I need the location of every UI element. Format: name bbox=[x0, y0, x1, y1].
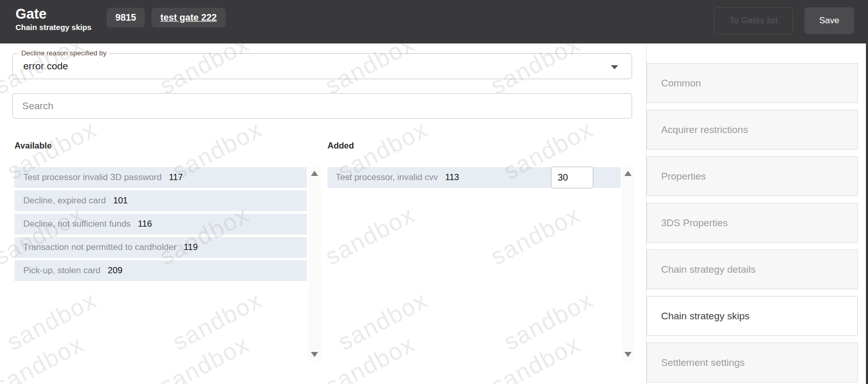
sandbox-watermark: sandbox bbox=[0, 330, 88, 384]
decline-reason-name: Test processor invalid 3D password bbox=[23, 172, 161, 183]
sandbox-watermark: sandbox bbox=[168, 286, 266, 356]
available-heading: Available bbox=[14, 141, 52, 151]
sandbox-watermark: sandbox bbox=[320, 330, 419, 384]
sidebar-item-common[interactable]: Common bbox=[647, 63, 858, 103]
settings-sidebar: Common Acquirer restrictions Properties … bbox=[646, 43, 868, 384]
scroll-down-icon[interactable] bbox=[311, 352, 318, 357]
decline-reason-code: 119 bbox=[184, 242, 198, 253]
sandbox-watermark: sandbox bbox=[333, 286, 432, 356]
sidebar-item-label: Common bbox=[661, 78, 701, 89]
added-list-item[interactable]: Test processor, invalid cvv 113 bbox=[327, 167, 621, 188]
decline-reason-select[interactable]: Decline reason specified by error code bbox=[12, 53, 632, 79]
search-field bbox=[12, 93, 632, 119]
added-scrollbar[interactable] bbox=[622, 167, 634, 361]
app-header: Gate Chain strategy skips 9815 test gate… bbox=[0, 0, 868, 43]
gate-id-badge: 9815 bbox=[107, 8, 145, 27]
gate-chips: 9815 test gate 222 bbox=[107, 8, 226, 27]
page-subtitle: Chain strategy skips bbox=[16, 23, 92, 32]
to-gates-list-button[interactable]: To Gates list bbox=[714, 7, 793, 34]
scroll-down-icon[interactable] bbox=[624, 352, 632, 357]
available-list-item[interactable]: Pick-up, stolen card 209 bbox=[14, 260, 307, 281]
sandbox-watermark: sandbox bbox=[499, 286, 597, 356]
sandbox-watermark: sandbox bbox=[486, 330, 585, 384]
scroll-up-icon[interactable] bbox=[311, 171, 318, 176]
page-title-block: Gate Chain strategy skips bbox=[16, 6, 92, 32]
skip-value-input[interactable] bbox=[551, 167, 593, 188]
decline-reason-name: Decline, expired card bbox=[23, 196, 106, 206]
decline-reason-name: Transaction not permitted to cardholder bbox=[23, 242, 176, 253]
decline-reason-name: Decline, not sufficient funds bbox=[23, 219, 131, 229]
available-list-item[interactable]: Test processor invalid 3D password 117 bbox=[14, 167, 307, 188]
decline-reason-value: error code bbox=[23, 54, 68, 79]
sidebar-item-acquirer-restrictions[interactable]: Acquirer restrictions bbox=[647, 110, 858, 150]
sandbox-watermark: sandbox bbox=[155, 330, 253, 384]
sidebar-item-label: Acquirer restrictions bbox=[661, 124, 748, 136]
decline-reason-code: 116 bbox=[138, 219, 152, 229]
sidebar-item-label: Settlement settings bbox=[661, 357, 745, 368]
sandbox-watermark: sandbox bbox=[486, 200, 585, 271]
save-button[interactable]: Save bbox=[804, 7, 854, 34]
decline-reason-code: 117 bbox=[169, 172, 183, 183]
decline-reason-code: 209 bbox=[108, 265, 122, 276]
page-title: Gate bbox=[16, 6, 92, 22]
decline-reason-name: Pick-up, stolen card bbox=[23, 265, 100, 276]
added-heading: Added bbox=[327, 141, 354, 151]
decline-reason-name: Test processor, invalid cvv bbox=[336, 172, 438, 183]
sandbox-watermark: sandbox bbox=[320, 200, 419, 271]
sidebar-item-label: Chain strategy skips bbox=[661, 311, 750, 322]
available-list-item[interactable]: Transaction not permitted to cardholder … bbox=[14, 237, 307, 258]
available-scrollbar[interactable] bbox=[308, 167, 321, 361]
sidebar-item-properties[interactable]: Properties bbox=[647, 156, 858, 196]
sidebar-item-3ds-properties[interactable]: 3DS Properties bbox=[647, 203, 858, 243]
gate-name-link[interactable]: test gate 222 bbox=[160, 12, 217, 23]
scroll-up-icon[interactable] bbox=[624, 171, 632, 176]
sidebar-item-chain-strategy-skips[interactable]: Chain strategy skips bbox=[647, 296, 858, 336]
available-list-item[interactable]: Decline, not sufficient funds 116 bbox=[14, 214, 307, 234]
sidebar-item-label: 3DS Properties bbox=[661, 217, 728, 229]
sidebar-item-chain-strategy-details[interactable]: Chain strategy details bbox=[647, 249, 858, 289]
gate-name-chip[interactable]: test gate 222 bbox=[152, 8, 226, 27]
decline-reason-code: 101 bbox=[113, 196, 128, 206]
decline-reason-code: 113 bbox=[445, 172, 459, 183]
sidebar-item-label: Properties bbox=[661, 171, 706, 182]
sidebar-item-settlement-settings[interactable]: Settlement settings bbox=[647, 343, 858, 382]
window-edge bbox=[866, 0, 868, 384]
chevron-down-icon bbox=[611, 65, 618, 69]
sidebar-item-label: Chain strategy details bbox=[661, 264, 756, 275]
available-list-item[interactable]: Decline, expired card 101 bbox=[14, 190, 307, 211]
sandbox-watermark: sandbox bbox=[2, 286, 101, 356]
search-input[interactable] bbox=[13, 94, 632, 118]
